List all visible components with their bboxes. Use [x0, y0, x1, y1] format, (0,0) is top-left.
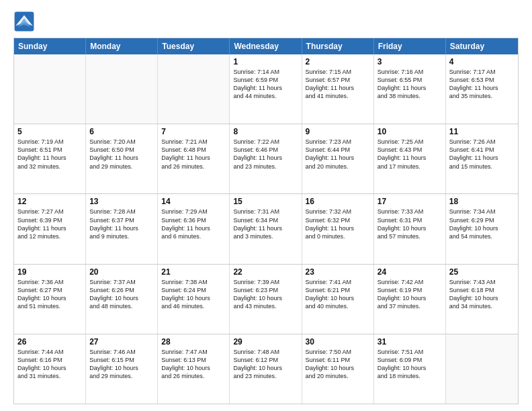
- cell-day-number: 14: [161, 197, 226, 206]
- cell-info: Sunrise: 7:39 AM Sunset: 6:23 PM Dayligh…: [233, 278, 298, 311]
- calendar-cell: 21Sunrise: 7:38 AM Sunset: 6:24 PM Dayli…: [158, 265, 230, 334]
- cell-day-number: 16: [306, 197, 370, 206]
- calendar-cell: 30Sunrise: 7:50 AM Sunset: 6:11 PM Dayli…: [302, 334, 374, 404]
- cell-info: Sunrise: 7:16 AM Sunset: 6:55 PM Dayligh…: [378, 68, 442, 101]
- cell-day-number: 8: [233, 127, 298, 136]
- cell-info: Sunrise: 7:20 AM Sunset: 6:50 PM Dayligh…: [89, 138, 154, 171]
- day-header-saturday: Saturday: [446, 38, 518, 54]
- calendar-cell: 23Sunrise: 7:41 AM Sunset: 6:21 PM Dayli…: [302, 265, 374, 334]
- calendar-cell: 26Sunrise: 7:44 AM Sunset: 6:16 PM Dayli…: [14, 334, 86, 404]
- calendar-cell: 29Sunrise: 7:48 AM Sunset: 6:12 PM Dayli…: [230, 334, 302, 404]
- calendar-cell: [158, 54, 230, 124]
- cell-info: Sunrise: 7:50 AM Sunset: 6:11 PM Dayligh…: [306, 348, 370, 381]
- calendar-cell: 12Sunrise: 7:27 AM Sunset: 6:39 PM Dayli…: [14, 194, 86, 263]
- cell-info: Sunrise: 7:33 AM Sunset: 6:31 PM Dayligh…: [378, 208, 442, 240]
- cell-day-number: 10: [378, 127, 442, 136]
- cell-day-number: 22: [233, 267, 298, 277]
- calendar-cell: 3Sunrise: 7:16 AM Sunset: 6:55 PM Daylig…: [374, 54, 446, 124]
- header: [13, 11, 519, 32]
- calendar-cell: 10Sunrise: 7:25 AM Sunset: 6:43 PM Dayli…: [374, 124, 446, 193]
- calendar-cell: 1Sunrise: 7:14 AM Sunset: 6:59 PM Daylig…: [230, 54, 302, 124]
- cell-info: Sunrise: 7:28 AM Sunset: 6:37 PM Dayligh…: [89, 208, 154, 240]
- day-header-thursday: Thursday: [302, 38, 374, 54]
- cell-info: Sunrise: 7:21 AM Sunset: 6:48 PM Dayligh…: [161, 138, 226, 171]
- calendar-cell: 4Sunrise: 7:17 AM Sunset: 6:53 PM Daylig…: [446, 54, 518, 124]
- day-header-monday: Monday: [86, 38, 158, 54]
- cell-day-number: 26: [17, 337, 82, 347]
- calendar-row: 12Sunrise: 7:27 AM Sunset: 6:39 PM Dayli…: [14, 194, 518, 264]
- cell-info: Sunrise: 7:32 AM Sunset: 6:32 PM Dayligh…: [306, 208, 370, 240]
- calendar-cell: 13Sunrise: 7:28 AM Sunset: 6:37 PM Dayli…: [86, 194, 158, 263]
- calendar-cell: [446, 334, 518, 404]
- cell-day-number: 11: [449, 127, 515, 136]
- cell-day-number: 28: [161, 337, 226, 347]
- cell-day-number: 7: [161, 127, 226, 136]
- day-header-sunday: Sunday: [14, 38, 86, 54]
- day-header-friday: Friday: [374, 38, 446, 54]
- calendar-cell: 9Sunrise: 7:23 AM Sunset: 6:44 PM Daylig…: [302, 124, 374, 193]
- cell-info: Sunrise: 7:29 AM Sunset: 6:36 PM Dayligh…: [161, 208, 226, 240]
- cell-info: Sunrise: 7:34 AM Sunset: 6:29 PM Dayligh…: [449, 208, 515, 240]
- cell-info: Sunrise: 7:44 AM Sunset: 6:16 PM Dayligh…: [17, 348, 82, 381]
- cell-info: Sunrise: 7:27 AM Sunset: 6:39 PM Dayligh…: [17, 208, 82, 240]
- calendar-cell: 25Sunrise: 7:43 AM Sunset: 6:18 PM Dayli…: [446, 265, 518, 334]
- cell-info: Sunrise: 7:19 AM Sunset: 6:51 PM Dayligh…: [17, 138, 82, 171]
- calendar-cell: 24Sunrise: 7:42 AM Sunset: 6:19 PM Dayli…: [374, 265, 446, 334]
- calendar-cell: 17Sunrise: 7:33 AM Sunset: 6:31 PM Dayli…: [374, 194, 446, 263]
- cell-day-number: 18: [449, 197, 515, 206]
- calendar-grid: 1Sunrise: 7:14 AM Sunset: 6:59 PM Daylig…: [14, 54, 518, 404]
- cell-day-number: 9: [306, 127, 370, 136]
- calendar-cell: [14, 54, 86, 124]
- calendar-cell: 20Sunrise: 7:37 AM Sunset: 6:26 PM Dayli…: [86, 265, 158, 334]
- cell-info: Sunrise: 7:22 AM Sunset: 6:46 PM Dayligh…: [233, 138, 298, 171]
- calendar-cell: 5Sunrise: 7:19 AM Sunset: 6:51 PM Daylig…: [14, 124, 86, 193]
- cell-day-number: 23: [306, 267, 370, 277]
- calendar: SundayMondayTuesdayWednesdayThursdayFrid…: [13, 38, 519, 404]
- cell-day-number: 21: [161, 267, 226, 277]
- calendar-cell: 31Sunrise: 7:51 AM Sunset: 6:09 PM Dayli…: [374, 334, 446, 404]
- cell-info: Sunrise: 7:15 AM Sunset: 6:57 PM Dayligh…: [306, 68, 370, 101]
- page: SundayMondayTuesdayWednesdayThursdayFrid…: [0, 0, 532, 411]
- calendar-row: 26Sunrise: 7:44 AM Sunset: 6:16 PM Dayli…: [14, 334, 518, 404]
- cell-day-number: 15: [233, 197, 298, 206]
- cell-info: Sunrise: 7:48 AM Sunset: 6:12 PM Dayligh…: [233, 348, 298, 381]
- cell-day-number: 17: [378, 197, 442, 206]
- cell-info: Sunrise: 7:25 AM Sunset: 6:43 PM Dayligh…: [378, 138, 442, 171]
- calendar-row: 1Sunrise: 7:14 AM Sunset: 6:59 PM Daylig…: [14, 54, 518, 124]
- cell-day-number: 25: [449, 267, 515, 277]
- cell-info: Sunrise: 7:46 AM Sunset: 6:15 PM Dayligh…: [89, 348, 154, 381]
- cell-info: Sunrise: 7:36 AM Sunset: 6:27 PM Dayligh…: [17, 278, 82, 311]
- cell-day-number: 6: [89, 127, 154, 136]
- calendar-cell: 8Sunrise: 7:22 AM Sunset: 6:46 PM Daylig…: [230, 124, 302, 193]
- calendar-cell: 14Sunrise: 7:29 AM Sunset: 6:36 PM Dayli…: [158, 194, 230, 263]
- calendar-cell: 7Sunrise: 7:21 AM Sunset: 6:48 PM Daylig…: [158, 124, 230, 193]
- cell-info: Sunrise: 7:17 AM Sunset: 6:53 PM Dayligh…: [449, 68, 515, 101]
- cell-day-number: 2: [306, 57, 370, 66]
- day-header-wednesday: Wednesday: [230, 38, 302, 54]
- day-headers: SundayMondayTuesdayWednesdayThursdayFrid…: [14, 38, 518, 54]
- cell-info: Sunrise: 7:14 AM Sunset: 6:59 PM Dayligh…: [233, 68, 298, 101]
- cell-day-number: 1: [233, 57, 298, 66]
- cell-info: Sunrise: 7:41 AM Sunset: 6:21 PM Dayligh…: [306, 278, 370, 311]
- calendar-cell: 27Sunrise: 7:46 AM Sunset: 6:15 PM Dayli…: [86, 334, 158, 404]
- cell-day-number: 31: [378, 337, 442, 347]
- logo-icon: [13, 11, 35, 32]
- cell-day-number: 29: [233, 337, 298, 347]
- calendar-cell: 6Sunrise: 7:20 AM Sunset: 6:50 PM Daylig…: [86, 124, 158, 193]
- logo: [13, 11, 38, 32]
- cell-info: Sunrise: 7:51 AM Sunset: 6:09 PM Dayligh…: [378, 348, 442, 381]
- calendar-cell: [86, 54, 158, 124]
- calendar-cell: 16Sunrise: 7:32 AM Sunset: 6:32 PM Dayli…: [302, 194, 374, 263]
- cell-info: Sunrise: 7:26 AM Sunset: 6:41 PM Dayligh…: [449, 138, 515, 171]
- calendar-cell: 22Sunrise: 7:39 AM Sunset: 6:23 PM Dayli…: [230, 265, 302, 334]
- cell-day-number: 13: [89, 197, 154, 206]
- cell-info: Sunrise: 7:23 AM Sunset: 6:44 PM Dayligh…: [306, 138, 370, 171]
- cell-day-number: 24: [378, 267, 442, 277]
- cell-info: Sunrise: 7:31 AM Sunset: 6:34 PM Dayligh…: [233, 208, 298, 240]
- calendar-row: 5Sunrise: 7:19 AM Sunset: 6:51 PM Daylig…: [14, 124, 518, 194]
- cell-day-number: 3: [378, 57, 442, 66]
- cell-info: Sunrise: 7:47 AM Sunset: 6:13 PM Dayligh…: [161, 348, 226, 381]
- cell-day-number: 4: [449, 57, 515, 66]
- cell-info: Sunrise: 7:38 AM Sunset: 6:24 PM Dayligh…: [161, 278, 226, 311]
- calendar-cell: 2Sunrise: 7:15 AM Sunset: 6:57 PM Daylig…: [302, 54, 374, 124]
